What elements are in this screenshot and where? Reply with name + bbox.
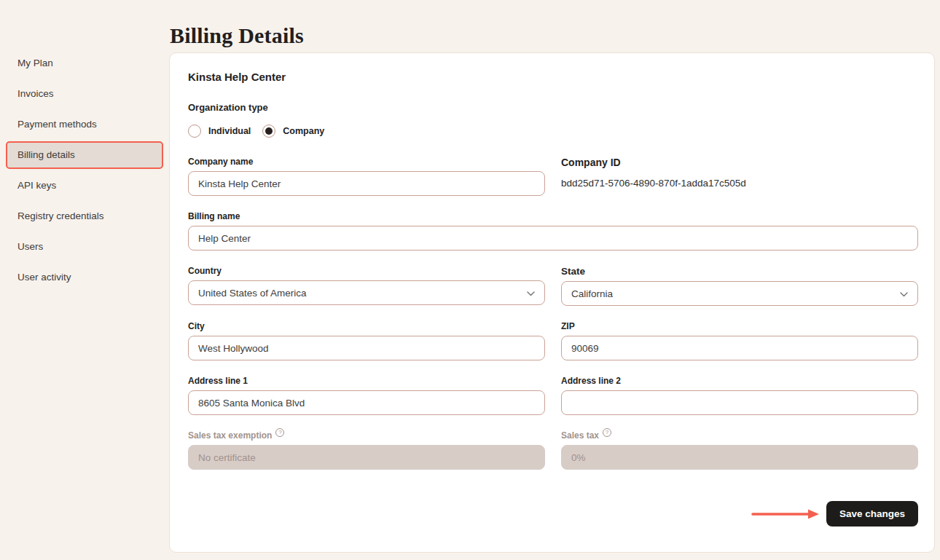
address-line-2-field-group: Address line 2: [561, 376, 918, 415]
billing-name-label: Billing name: [188, 211, 918, 221]
sales-tax-input: [561, 445, 918, 470]
billing-name-field-group: Billing name: [188, 211, 918, 251]
page-title: Billing Details: [170, 23, 304, 48]
sidebar-item-my-plan[interactable]: My Plan: [6, 50, 163, 77]
sidebar-item-invoices[interactable]: Invoices: [6, 80, 163, 108]
radio-individual-circle[interactable]: [188, 125, 201, 138]
sidebar-item-users[interactable]: Users: [6, 233, 163, 261]
help-icon[interactable]: [275, 428, 284, 437]
sales-tax-exemption-label: Sales tax exemption: [188, 430, 272, 441]
radio-company[interactable]: Company: [262, 125, 324, 138]
help-icon[interactable]: [603, 428, 611, 437]
chevron-down-icon: [900, 292, 908, 297]
city-label: City: [188, 321, 545, 331]
billing-name-input[interactable]: [188, 226, 918, 251]
state-selected-value: California: [571, 288, 613, 299]
row-sales-tax: Sales tax exemption Sales tax: [188, 430, 918, 470]
company-id-group: Company ID bdd25d71-5706-4890-870f-1adda…: [561, 157, 918, 196]
row-billing-name: Billing name: [188, 211, 918, 251]
chevron-down-icon: [527, 291, 535, 296]
row-city-zip: City ZIP: [188, 321, 918, 360]
sales-tax-field-group: Sales tax: [561, 430, 918, 470]
save-row: Save changes: [188, 501, 918, 527]
sidebar-item-billing-details[interactable]: Billing details: [6, 141, 163, 169]
sales-tax-exemption-input: [188, 445, 545, 470]
sales-tax-label: Sales tax: [561, 430, 599, 441]
row-address: Address line 1 Address line 2: [188, 376, 918, 415]
company-name-field-group: Company name: [188, 157, 545, 196]
country-selected-value: United States of America: [198, 288, 307, 299]
state-label: State: [561, 266, 918, 277]
sidebar-item-payment-methods[interactable]: Payment methods: [6, 111, 163, 138]
organization-type-radio-group: Individual Company: [188, 125, 918, 138]
address-line-1-label: Address line 1: [188, 376, 545, 386]
sidebar-item-user-activity[interactable]: User activity: [6, 264, 163, 291]
zip-field-group: ZIP: [561, 321, 918, 360]
city-field-group: City: [188, 321, 545, 360]
sidebar-item-api-keys[interactable]: API keys: [6, 172, 163, 200]
radio-company-circle[interactable]: [262, 125, 275, 138]
company-id-label: Company ID: [561, 157, 918, 168]
annotation-arrow-icon: [751, 508, 820, 520]
address-line-2-input[interactable]: [561, 390, 918, 415]
country-label: Country: [188, 266, 545, 276]
zip-input[interactable]: [561, 336, 918, 360]
address-line-1-input[interactable]: [188, 390, 545, 415]
zip-label: ZIP: [561, 321, 918, 331]
company-name-label: Company name: [188, 157, 545, 167]
billing-sidebar: My Plan Invoices Payment methods Billing…: [0, 50, 169, 294]
state-field-group: State California: [561, 266, 918, 306]
sales-tax-exemption-field-group: Sales tax exemption: [188, 430, 545, 470]
save-changes-button[interactable]: Save changes: [826, 501, 918, 527]
row-company: Company name Company ID bdd25d71-5706-48…: [188, 157, 918, 196]
country-select[interactable]: United States of America: [188, 280, 545, 305]
sidebar-item-registry-credentials[interactable]: Registry credentials: [6, 202, 163, 230]
address-line-1-field-group: Address line 1: [188, 376, 545, 415]
billing-details-card: Kinsta Help Center Organization type Ind…: [169, 52, 935, 553]
radio-company-label: Company: [283, 126, 324, 136]
country-field-group: Country United States of America: [188, 266, 545, 306]
row-country-state: Country United States of America State C…: [188, 266, 918, 306]
radio-individual[interactable]: Individual: [188, 125, 251, 138]
company-id-value: bdd25d71-5706-4890-870f-1adda17c505d: [561, 178, 918, 189]
billing-details-page: { "page": { "title": "Billing Details" }…: [0, 0, 940, 560]
organization-type-label: Organization type: [188, 102, 918, 113]
company-heading: Kinsta Help Center: [188, 71, 918, 83]
company-name-input[interactable]: [188, 171, 545, 196]
address-line-2-label: Address line 2: [561, 376, 918, 386]
city-input[interactable]: [188, 336, 545, 360]
radio-individual-label: Individual: [208, 126, 251, 136]
state-select[interactable]: California: [561, 281, 918, 306]
